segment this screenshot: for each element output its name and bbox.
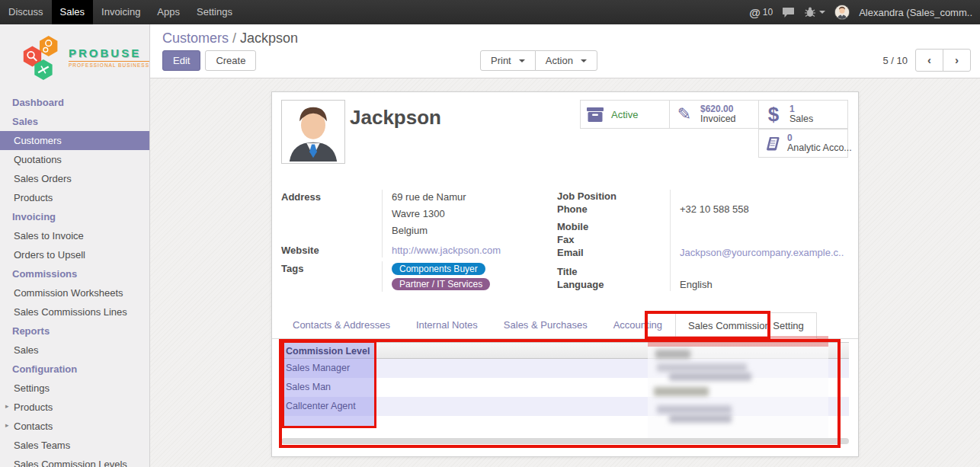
tab-sales-commission-setting[interactable]: Sales Commission Setting (675, 312, 817, 339)
chevron-right-icon[interactable]: ▸ (5, 402, 9, 410)
website-link[interactable]: http://www.jackpson.com (392, 245, 501, 256)
chevron-down-icon (581, 59, 587, 62)
tags-label: Tags (281, 261, 382, 292)
debug-bug-icon[interactable] (804, 6, 825, 18)
analytic-accounts-stat-button[interactable]: 0 Analytic Acco... (758, 129, 848, 158)
sidebar-item-products[interactable]: Products (0, 188, 149, 207)
breadcrumb-separator: / (232, 30, 240, 46)
action-dropdown-button[interactable]: Action (535, 50, 597, 71)
chat-icon[interactable] (782, 7, 795, 18)
sidebar-item-dashboard[interactable]: Dashboard (0, 93, 149, 112)
sidebar-section-configuration: Configuration (0, 360, 149, 379)
menu-discuss[interactable]: Discuss (0, 0, 52, 24)
sidebar-item-sales-teams[interactable]: Sales Teams (0, 436, 149, 455)
top-navbar: Discuss Sales Invoicing Apps Settings @ … (0, 0, 980, 24)
mentions-count: 10 (763, 7, 773, 18)
phone-value: +32 10 588 558 (670, 203, 850, 216)
menu-apps[interactable]: Apps (149, 0, 188, 24)
job-position-label: Job Position (557, 190, 670, 203)
print-dropdown-button[interactable]: Print (480, 50, 536, 71)
edit-button[interactable]: Edit (162, 50, 200, 71)
archive-icon (585, 107, 605, 123)
sidebar-item-settings[interactable]: Settings (0, 379, 149, 398)
page-title: Jackpson (350, 106, 441, 130)
breadcrumb-current: Jackpson (240, 30, 298, 46)
form-view-background: Jackpson Active ✎ $620.00 Invoiced (150, 78, 980, 467)
tab-sales-purchases[interactable]: Sales & Purchases (491, 312, 600, 338)
breadcrumb-customers[interactable]: Customers (162, 30, 229, 46)
user-menu[interactable]: Alexandra (Sales_comm.. (859, 7, 972, 18)
customer-form-sheet: Jackpson Active ✎ $620.00 Invoiced (271, 91, 859, 457)
chevron-down-icon (519, 59, 525, 62)
chevron-down-icon (819, 11, 825, 14)
sidebar-item-customers[interactable]: Customers (0, 131, 149, 150)
field-group-left: Address 69 rue de Namur Wavre 1300 Belgi… (281, 190, 552, 292)
sidebar-section-sales[interactable]: Sales (0, 112, 149, 131)
language-label: Language (557, 278, 670, 291)
sidebar-item-quotations[interactable]: Quotations (0, 150, 149, 169)
user-avatar[interactable] (834, 5, 850, 20)
menu-invoicing[interactable]: Invoicing (93, 0, 149, 24)
language-value: English (670, 278, 850, 291)
logo-title: PROBUSE (69, 46, 149, 59)
sidebar-item-config-products[interactable]: ▸Products (0, 398, 149, 417)
probuse-logo: PROBUSE PROFESSIONAL BUSINESS (0, 24, 149, 93)
phone-label: Phone (557, 203, 670, 216)
mobile-value (670, 220, 850, 233)
control-panel: Customers / Jackpson Edit Create Print A… (150, 24, 980, 78)
commission-level-table: Commission Level Sales Manager Sales Man… (281, 342, 849, 427)
table-row[interactable]: Callcenter Agent (281, 397, 849, 416)
menu-settings[interactable]: Settings (188, 0, 241, 24)
pager-next-button[interactable]: › (943, 49, 971, 72)
website-label: Website (281, 243, 382, 257)
table-row-empty (281, 416, 849, 427)
tag-partner-it-services[interactable]: Partner / IT Services (392, 278, 490, 290)
tab-contacts-addresses[interactable]: Contacts & Addresses (280, 312, 403, 338)
logo-subtitle: PROFESSIONAL BUSINESS (69, 61, 149, 68)
notebook-tabs: Contacts & Addresses Internal Notes Sale… (272, 312, 858, 339)
at-icon: @ (749, 6, 761, 19)
field-group-right: Job Position Phone +32 10 588 558 Mobile… (557, 190, 850, 291)
customer-photo[interactable] (281, 100, 345, 164)
book-icon (764, 136, 781, 151)
create-button[interactable]: Create (205, 50, 256, 71)
invoiced-stat-button[interactable]: ✎ $620.00 Invoiced (669, 100, 759, 129)
chevron-right-icon[interactable]: ▸ (5, 421, 9, 429)
address-value: 69 rue de Namur Wavre 1300 Belgium (382, 190, 552, 243)
sidebar-section-commissions: Commissions (0, 264, 149, 283)
pager-previous-button[interactable]: ‹ (915, 49, 943, 72)
sidebar-item-sales-commissions-lines[interactable]: Sales Commissions Lines (0, 302, 149, 321)
dollar-icon: $ (764, 103, 783, 126)
sidebar-item-sales-to-invoice[interactable]: Sales to Invoice (0, 226, 149, 245)
mentions-counter[interactable]: @ 10 (749, 6, 773, 19)
stat-buttons: Active ✎ $620.00 Invoiced $ 1 Sales (578, 100, 848, 158)
sales-stat-button[interactable]: $ 1 Sales (758, 100, 848, 129)
sidebar-item-sales-orders[interactable]: Sales Orders (0, 169, 149, 188)
breadcrumb: Customers / Jackpson (150, 24, 980, 46)
title-label: Title (557, 265, 670, 278)
tag-components-buyer[interactable]: Components Buyer (392, 263, 485, 275)
menu-sales[interactable]: Sales (52, 0, 94, 24)
sidebar-section-reports: Reports (0, 321, 149, 341)
table-row[interactable]: Sales Man (281, 378, 849, 397)
pager-value: 5 / 10 (882, 55, 908, 66)
fax-label: Fax (557, 233, 670, 246)
sidebar-item-orders-to-upsell[interactable]: Orders to Upsell (0, 245, 149, 264)
active-stat-button[interactable]: Active (580, 100, 670, 129)
probuse-logo-icon (21, 32, 64, 82)
sidebar-item-config-contacts[interactable]: ▸Contacts (0, 417, 149, 436)
table-row[interactable]: Sales Manager (281, 359, 849, 378)
email-link[interactable]: Jackpson@yourcompany.example.c.. (680, 247, 844, 258)
title-value (670, 265, 850, 278)
tab-accounting[interactable]: Accounting (600, 312, 675, 338)
job-position-value (670, 190, 850, 203)
table-header-commission-level[interactable]: Commission Level (281, 342, 849, 359)
sidebar-item-sales-commission-levels[interactable]: Sales Commission Levels (0, 455, 149, 467)
address-label: Address (281, 190, 382, 243)
content-area: Customers / Jackpson Edit Create Print A… (150, 24, 980, 467)
tab-internal-notes[interactable]: Internal Notes (403, 312, 491, 338)
edit-icon: ✎ (674, 104, 694, 124)
sidebar-item-commission-worksheets[interactable]: Commission Worksheets (0, 283, 149, 302)
sidebar-item-reports-sales[interactable]: Sales (0, 341, 149, 360)
horizontal-scrollbar[interactable] (281, 438, 849, 444)
